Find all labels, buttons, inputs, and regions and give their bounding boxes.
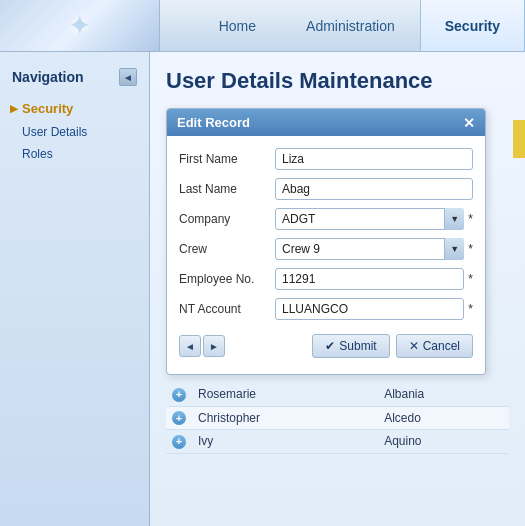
sidebar-title-label: Navigation [12, 69, 84, 85]
select-crew[interactable]: Crew 9 [275, 238, 464, 260]
table-cell-firstname-2: Ivy [192, 430, 378, 454]
label-nt-account: NT Account [179, 302, 275, 316]
sidebar-section-arrow: ▶ [10, 103, 18, 114]
edit-record-panel: Edit Record ✕ First Name Last Name Compa… [166, 108, 486, 375]
form-row-nt-account: NT Account * [179, 298, 473, 320]
table-row: + Rosemarie Albania [166, 383, 509, 406]
add-row-1-button[interactable]: + [172, 411, 186, 425]
cancel-icon: ✕ [409, 339, 419, 353]
table-row: + Ivy Aquino [166, 430, 509, 454]
nav-prev-button[interactable]: ◄ [179, 335, 201, 357]
input-employee-no[interactable] [275, 268, 464, 290]
submit-icon: ✔ [325, 339, 335, 353]
user-table: + Rosemarie Albania + Christopher Alcedo… [166, 383, 509, 454]
table-cell-lastname-0: Albania [378, 383, 509, 406]
logo: ✦ [0, 0, 160, 51]
add-row-0-button[interactable]: + [172, 388, 186, 402]
form-row-company: Company ADGT ▼ * [179, 208, 473, 230]
nt-account-required-star: * [468, 302, 473, 316]
label-company: Company [179, 212, 275, 226]
nav-item-security[interactable]: Security [420, 0, 525, 51]
table-row: + Christopher Alcedo [166, 406, 509, 430]
edit-record-header: Edit Record ✕ [167, 109, 485, 136]
crew-select-wrapper: Crew 9 ▼ [275, 238, 464, 260]
highlight-strip [513, 120, 525, 158]
nav-items: Home Administration Security [160, 0, 525, 51]
sidebar-item-roles[interactable]: Roles [0, 143, 149, 165]
label-last-name: Last Name [179, 182, 275, 196]
submit-label: Submit [339, 339, 376, 353]
input-first-name[interactable] [275, 148, 473, 170]
label-employee-no: Employee No. [179, 272, 275, 286]
edit-record-close-button[interactable]: ✕ [463, 116, 475, 130]
nav-item-home[interactable]: Home [194, 0, 281, 51]
select-company[interactable]: ADGT [275, 208, 464, 230]
form-actions: ◄ ► ✔ Submit ✕ Cancel [179, 328, 473, 362]
page-title: User Details Maintenance [166, 68, 509, 94]
input-last-name[interactable] [275, 178, 473, 200]
sidebar-toggle-button[interactable]: ◄ [119, 68, 137, 86]
label-first-name: First Name [179, 152, 275, 166]
nav-next-button[interactable]: ► [203, 335, 225, 357]
form-row-first-name: First Name [179, 148, 473, 170]
company-required-star: * [468, 212, 473, 226]
sidebar-item-user-details[interactable]: User Details [0, 121, 149, 143]
edit-record-title: Edit Record [177, 115, 250, 130]
add-row-2-button[interactable]: + [172, 435, 186, 449]
main-layout: Navigation ◄ ▶ Security User Details Rol… [0, 52, 525, 526]
logo-icon: ✦ [68, 9, 91, 42]
form-row-employee-no: Employee No. * [179, 268, 473, 290]
edit-record-body: First Name Last Name Company ADGT ▼ [167, 136, 485, 374]
sidebar-title: Navigation ◄ [0, 60, 149, 92]
crew-required-star: * [468, 242, 473, 256]
cancel-button[interactable]: ✕ Cancel [396, 334, 473, 358]
sidebar-section-label: Security [22, 101, 73, 116]
content-area: User Details Maintenance Edit Record ✕ F… [150, 52, 525, 526]
nav-item-administration[interactable]: Administration [281, 0, 420, 51]
nav-buttons: ◄ ► [179, 335, 225, 357]
sidebar-section-security: ▶ Security User Details Roles [0, 96, 149, 165]
cancel-label: Cancel [423, 339, 460, 353]
sidebar: Navigation ◄ ▶ Security User Details Rol… [0, 52, 150, 526]
form-row-crew: Crew Crew 9 ▼ * [179, 238, 473, 260]
table-cell-firstname-0: Rosemarie [192, 383, 378, 406]
employee-required-star: * [468, 272, 473, 286]
label-crew: Crew [179, 242, 275, 256]
table-cell-lastname-1: Alcedo [378, 406, 509, 430]
sidebar-section-header-security[interactable]: ▶ Security [0, 96, 149, 121]
submit-button[interactable]: ✔ Submit [312, 334, 389, 358]
company-select-wrapper: ADGT ▼ [275, 208, 464, 230]
table-cell-firstname-1: Christopher [192, 406, 378, 430]
table-cell-lastname-2: Aquino [378, 430, 509, 454]
input-nt-account[interactable] [275, 298, 464, 320]
form-row-last-name: Last Name [179, 178, 473, 200]
top-nav: ✦ Home Administration Security [0, 0, 525, 52]
